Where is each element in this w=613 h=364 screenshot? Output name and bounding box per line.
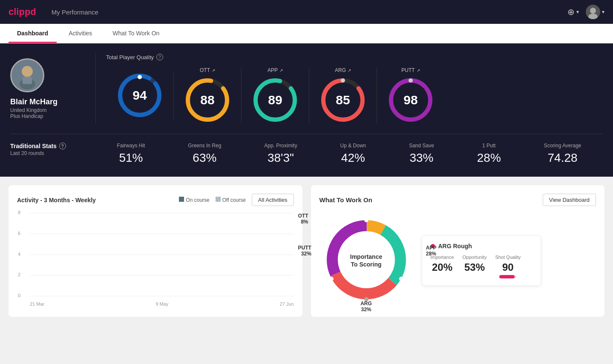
info-opportunity: Opportunity 53% [463, 255, 487, 278]
chart-legend: On course Off course [179, 197, 246, 203]
bars-container [30, 213, 294, 296]
stats-label-sub: Last 20 rounds [10, 150, 95, 156]
stats-row: Traditional Stats ? Last 20 rounds Fairw… [10, 134, 603, 165]
tab-what-to-work-on[interactable]: What To Work On [104, 24, 168, 43]
bar-group-7 [163, 213, 180, 296]
stat-fairways-value: 51% [117, 151, 145, 165]
bar-group-4 [106, 213, 123, 296]
main-score-circle: 94 [106, 72, 174, 119]
tab-dashboard[interactable]: Dashboard [9, 24, 57, 43]
quality-title: Total Player Quality ? [106, 54, 603, 60]
ott-circle: OTT ↗ 88 [174, 67, 242, 123]
stat-updown-value: 42% [340, 151, 366, 165]
info-opportunity-label: Opportunity [463, 255, 487, 260]
arg-value: 85 [336, 93, 350, 107]
svg-point-1 [588, 14, 598, 19]
arg-ring: 85 [319, 77, 366, 123]
putt-arrow: ↗ [417, 68, 420, 73]
bar-group-6 [144, 213, 161, 296]
putt-donut-label: PUTT 32% [298, 245, 311, 257]
bar-group-13 [277, 213, 294, 296]
stat-proximity: App. Proximity 38'3" [264, 143, 297, 165]
quality-help-icon[interactable]: ? [156, 54, 163, 60]
svg-point-15 [341, 78, 345, 83]
grid-label-6: 6 [18, 231, 20, 236]
bar-group-3 [87, 213, 104, 296]
ott-value: 88 [200, 93, 214, 107]
stats-items: Fairways Hit 51% Greens In Reg 63% App. … [95, 143, 603, 165]
info-shot-quality: Shot Quality 90 [495, 255, 521, 278]
player-stats-row: Blair McHarg United Kingdom Plus Handica… [10, 54, 603, 123]
bar-group-8 [182, 213, 199, 296]
wtwo-content: Importance To Scoring OTT 8% APP 28% ARG… [319, 213, 596, 308]
svg-point-23 [364, 218, 368, 222]
stat-scoring-label: Scoring Average [544, 143, 581, 149]
x-label-jun: 27 Jun [279, 301, 294, 307]
bar-group-9 [201, 213, 218, 296]
chart-title: Activity - 3 Months - Weekly [17, 197, 96, 203]
player-handicap: Plus Handicap [10, 113, 43, 119]
all-activities-button[interactable]: All Activities [252, 194, 294, 206]
stats-help-icon[interactable]: ? [59, 143, 66, 149]
stat-updown-label: Up & Down [340, 143, 366, 149]
info-importance: Importance 20% [431, 255, 454, 278]
stat-proximity-value: 38'3" [264, 151, 297, 165]
ott-ring: 88 [184, 77, 231, 123]
ott-arrow: ↗ [212, 68, 215, 73]
dark-section: Blair McHarg United Kingdom Plus Handica… [0, 43, 613, 177]
putt-value: 98 [403, 93, 417, 107]
svg-point-26 [329, 277, 334, 281]
info-card-stats: Importance 20% Opportunity 53% Shot Qual… [431, 255, 532, 278]
stat-scoring: Scoring Average 74.28 [544, 143, 581, 165]
app-value: 89 [268, 93, 282, 107]
grid-label-8: 8 [18, 210, 20, 215]
info-opportunity-value: 53% [463, 261, 487, 273]
svg-point-24 [399, 277, 403, 281]
stats-label-title: Traditional Stats ? [10, 143, 95, 149]
arg-circle: ARG ↗ 85 [309, 67, 377, 123]
stat-fairways-label: Fairways Hit [117, 143, 145, 149]
info-shot-quality-bar-fill [499, 275, 515, 278]
stats-label: Traditional Stats ? Last 20 rounds [10, 143, 95, 156]
stat-sandsave: Sand Save 33% [409, 143, 434, 165]
chart-area: 8 6 4 2 0 21 Mar 9 May 27 Jun [17, 213, 294, 307]
bar-group-12 [258, 213, 275, 296]
header-right: ⊕ ▾ ▾ [567, 5, 604, 19]
off-course-legend-dot [216, 197, 221, 202]
svg-point-3 [22, 66, 33, 77]
app-ring: 89 [252, 77, 299, 123]
ott-label: OTT ↗ [200, 67, 215, 73]
tab-activities[interactable]: Activities [60, 24, 101, 43]
on-course-legend-label: On course [186, 197, 209, 203]
grid-label-0: 0 [18, 293, 20, 298]
putt-label: PUTT ↗ [401, 67, 420, 73]
chart-header: Activity - 3 Months - Weekly On course O… [17, 194, 294, 206]
player-info: Blair McHarg United Kingdom Plus Handica… [10, 58, 95, 119]
stat-1putt-value: 28% [477, 151, 501, 165]
app-circle: APP ↗ 89 [242, 67, 309, 123]
tabs: Dashboard Activities What To Work On [0, 24, 613, 43]
stat-scoring-value: 74.28 [544, 151, 581, 165]
donut-wrapper: Importance To Scoring OTT 8% APP 28% ARG… [319, 213, 413, 308]
stat-1putt: 1 Putt 28% [477, 143, 501, 165]
quality-section: Total Player Quality ? 94 [95, 54, 603, 123]
app-label: APP ↗ [268, 67, 283, 73]
activity-card: Activity - 3 Months - Weekly On course O… [9, 185, 302, 317]
header: clippd My Performance ⊕ ▾ ▾ [0, 0, 613, 24]
what-to-work-on-card: What To Work On View Dashboard [311, 185, 605, 317]
info-card-title: ARG Rough [431, 243, 532, 249]
header-title: My Performance [52, 9, 98, 16]
player-name: Blair McHarg [10, 97, 58, 106]
view-dashboard-button[interactable]: View Dashboard [543, 194, 596, 206]
arg-arrow: ↗ [348, 68, 351, 73]
x-labels: 21 Mar 9 May 27 Jun [30, 301, 294, 307]
bar-group-11 [239, 213, 256, 296]
add-icon[interactable]: ⊕ ▾ [567, 7, 579, 17]
stat-greens-value: 63% [188, 151, 221, 165]
on-course-legend-dot [179, 197, 184, 202]
bar-group-10 [220, 213, 237, 296]
svg-point-18 [409, 78, 413, 83]
avatar-menu[interactable]: ▾ [586, 5, 604, 19]
grid-label-4: 4 [18, 252, 20, 257]
stat-greens-label: Greens In Reg [188, 143, 221, 149]
